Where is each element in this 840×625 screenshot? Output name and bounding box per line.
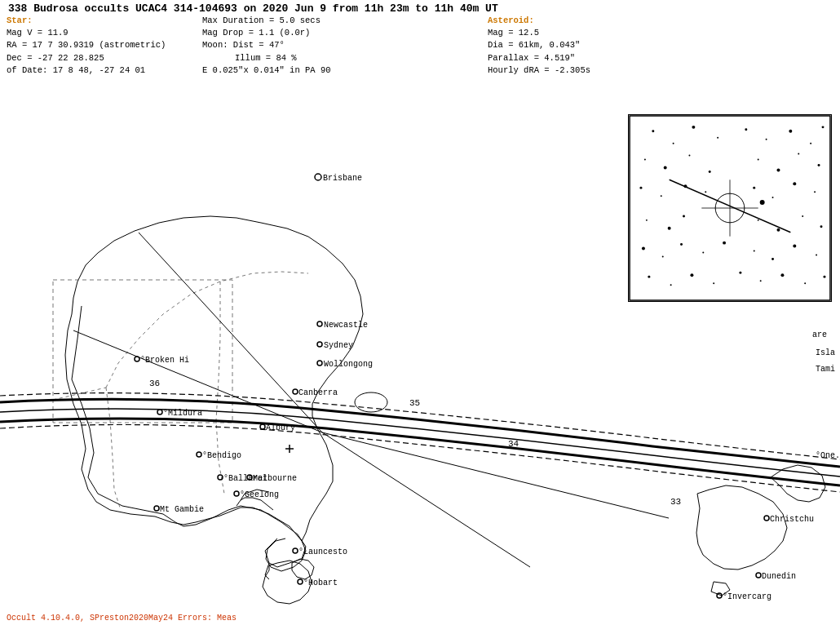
svg-point-88 [820, 225, 823, 228]
svg-point-103 [760, 280, 762, 281]
svg-point-71 [776, 168, 780, 171]
star-label: Star: [7, 15, 186, 27]
svg-text:Sydney: Sydney [324, 341, 353, 350]
svg-point-58 [673, 143, 674, 144]
svg-text:36: 36 [149, 379, 160, 388]
svg-point-90 [662, 255, 664, 257]
svg-point-30 [234, 491, 239, 496]
svg-text:Dunedin: Dunedin [762, 572, 796, 581]
svg-point-77 [705, 191, 706, 193]
svg-point-10 [317, 321, 322, 326]
svg-point-57 [652, 130, 654, 132]
svg-point-106 [823, 276, 825, 278]
svg-point-75 [661, 195, 662, 197]
svg-point-63 [789, 130, 792, 133]
svg-point-32 [154, 506, 159, 511]
star-dec: Dec = -27 22 28.825 [7, 52, 186, 64]
svg-text:°Bendigo: °Bendigo [202, 451, 241, 460]
svg-point-93 [723, 242, 726, 245]
svg-point-97 [816, 255, 817, 256]
svg-point-80 [793, 182, 796, 185]
svg-text:Christchu: Christchu [770, 515, 814, 524]
asteroid-mag: Mag = 12.5 [488, 27, 651, 39]
svg-point-12 [317, 342, 322, 347]
svg-text:°Launcesto: °Launcesto [298, 547, 347, 556]
svg-point-84 [683, 215, 685, 217]
svg-text:Isla: Isla [816, 348, 835, 357]
svg-point-83 [668, 227, 671, 230]
svg-point-79 [772, 197, 774, 198]
svg-point-61 [745, 128, 747, 131]
svg-point-74 [639, 187, 642, 189]
svg-point-81 [814, 191, 816, 193]
svg-point-96 [793, 245, 796, 248]
svg-point-100 [690, 273, 693, 277]
svg-text:Canberra: Canberra [298, 388, 338, 397]
svg-point-38 [764, 516, 769, 521]
svg-point-24 [197, 452, 201, 457]
svg-point-91 [680, 243, 683, 246]
svg-point-66 [644, 159, 646, 161]
svg-text:34: 34 [508, 439, 519, 449]
svg-text:Mt Gambie: Mt Gambie [160, 505, 204, 514]
svg-text:Brisbane: Brisbane [323, 174, 362, 183]
svg-point-104 [780, 273, 784, 277]
svg-line-3 [322, 432, 530, 567]
star-ra: RA = 17 7 30.9319 (astrometric) [7, 39, 186, 51]
svg-point-14 [317, 361, 322, 366]
star-chart [628, 114, 832, 302]
svg-point-18 [293, 389, 298, 394]
svg-point-69 [709, 171, 711, 173]
svg-text:°Geelong: °Geelong [240, 490, 279, 499]
svg-point-62 [766, 139, 767, 140]
svg-point-73 [818, 164, 820, 166]
svg-text:°Mildura: °Mildura [163, 409, 202, 418]
svg-point-68 [688, 155, 690, 157]
svg-point-16 [135, 357, 139, 361]
asteroid-dia: Dia = 61km, 0.043" [488, 39, 651, 51]
svg-text:are: are [812, 330, 827, 339]
svg-text:35: 35 [409, 398, 420, 408]
star-mag: Mag V = 11.9 [7, 27, 186, 39]
svg-point-102 [739, 272, 741, 274]
svg-point-72 [798, 153, 799, 155]
svg-point-26 [218, 475, 223, 480]
svg-text:°One..: °One.. [816, 451, 840, 460]
svg-point-86 [776, 228, 780, 232]
asteroid-label: Asteroid: [488, 15, 651, 27]
footer-text: Occult 4.10.4.0, SPreston2020May24 Error… [7, 614, 237, 623]
asteroid-parallax: Parallax = 4.519" [488, 52, 651, 64]
moon-illum: Illum = 84 % [202, 52, 390, 64]
svg-text:°Broken Hi: °Broken Hi [140, 356, 189, 365]
hourly-dra: Hourly dRA = -2.305s [488, 64, 651, 77]
page-title: 338 Budrosa occults UCAC4 314-104693 on … [8, 2, 498, 15]
svg-text:°Hobart: °Hobart [303, 578, 338, 587]
svg-text:Melbourne: Melbourne [253, 474, 297, 483]
svg-point-85 [758, 219, 759, 221]
svg-point-99 [670, 284, 672, 286]
moon-info: Moon: Dist = 47° [202, 39, 390, 51]
svg-point-89 [642, 247, 645, 250]
svg-point-7 [355, 392, 387, 412]
svg-point-40 [756, 573, 761, 578]
svg-point-67 [664, 166, 667, 169]
svg-point-20 [260, 424, 265, 429]
svg-text:Wollongong: Wollongong [324, 360, 373, 369]
svg-text:Tami: Tami [816, 365, 835, 374]
svg-point-60 [717, 137, 718, 139]
mag-drop: Mag Drop = 1.1 (0.0r) [202, 27, 390, 39]
svg-point-108 [760, 200, 765, 205]
svg-point-98 [648, 276, 650, 278]
max-duration: Max Duration = 5.0 secs [202, 15, 390, 27]
svg-point-82 [646, 219, 648, 221]
svg-point-22 [157, 410, 162, 414]
svg-text:Albury: Albury [266, 423, 295, 432]
svg-point-65 [822, 126, 825, 128]
svg-point-105 [804, 282, 806, 284]
svg-point-101 [713, 282, 714, 284]
svg-point-34 [293, 548, 298, 553]
svg-point-70 [758, 159, 759, 161]
svg-point-95 [771, 258, 774, 260]
svg-text:°Invercarg: °Invercarg [723, 592, 771, 601]
svg-text:Newcastle: Newcastle [324, 321, 368, 330]
